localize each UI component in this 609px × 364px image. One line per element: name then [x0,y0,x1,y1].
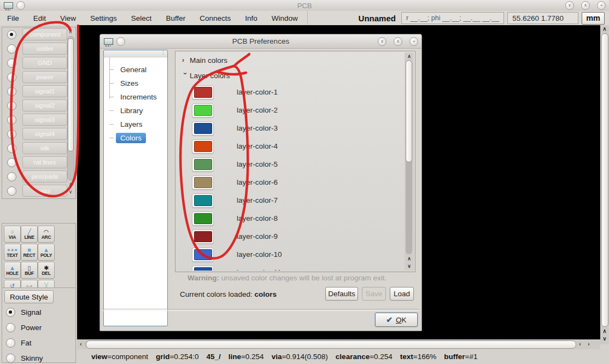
color-swatch-button[interactable] [192,85,214,99]
dialog-close-icon[interactable]: × [409,37,418,46]
route-style-radio[interactable] [6,308,15,317]
save-button[interactable]: Save [362,287,386,301]
layer-button[interactable]: signal2 [22,99,67,111]
ok-button[interactable]: ✔ OK [375,313,418,327]
color-swatch-button[interactable] [192,230,214,244]
layer-button[interactable]: rat lines [22,156,67,168]
layer-visibility-radio[interactable] [7,44,16,54]
layer-button[interactable]: GND [22,57,67,69]
menu-item-window[interactable]: Window [265,11,305,25]
menu-item-settings[interactable]: Settings [83,11,124,25]
layer-visibility-radio[interactable] [7,30,16,39]
menu-item-connects[interactable]: Connects [192,11,238,25]
menu-item-select[interactable]: Select [124,11,159,25]
defaults-button[interactable]: Defaults [325,287,358,301]
scroll-up-icon[interactable]: ∧ [601,25,608,33]
layer-button[interactable]: component [22,28,67,40]
tool-text-button[interactable]: ∗∗∗ TEXT [4,244,21,261]
layer-button[interactable]: signal1 [22,85,67,97]
color-swatch-button[interactable] [192,139,214,154]
color-panel-scrollbar[interactable]: ∧ ∧ ∨ [405,52,414,271]
layer-visibility-radio[interactable] [7,172,16,181]
dialog-maximize-icon[interactable]: ∧ [394,37,402,46]
layer-button[interactable]: signal4 [22,128,67,140]
layer-visibility-radio[interactable] [7,115,16,125]
layer-visibility-radio[interactable] [7,87,16,96]
tool-del-button[interactable]: ✱ DEL [38,262,55,279]
layer-visibility-radio[interactable] [7,144,16,153]
layer-button[interactable]: solder [22,43,67,55]
tool-poly-button[interactable]: ▲ POLY [38,244,55,261]
scroll-up-icon[interactable]: ∧ [405,52,414,60]
route-style-radio[interactable] [6,323,15,332]
route-style-option-fat[interactable]: Fat [2,335,75,350]
scroll-thumb[interactable] [68,38,74,151]
color-swatch-button[interactable] [192,157,214,172]
category-item-colors[interactable]: Colors [104,131,167,145]
layer-button[interactable]: power [22,71,67,83]
layer-visibility-radio[interactable] [7,58,16,68]
scroll-thumb[interactable] [86,340,576,349]
route-style-radio[interactable] [6,338,15,348]
color-swatch-button[interactable] [192,121,214,136]
layer-colors-expander[interactable]: › Layer colors [177,68,405,83]
scroll-up-icon[interactable]: ∧ [67,28,74,36]
scroll-track[interactable] [406,60,412,254]
layer-button[interactable]: pins/pads [22,171,67,183]
route-style-radio[interactable] [6,354,15,363]
scroll-down-icon[interactable]: ∨ [405,262,414,270]
scroll-thumb[interactable] [406,60,412,162]
menu-item-buffer[interactable]: Buffer [159,11,192,25]
category-item-general[interactable]: General [104,63,167,77]
scroll-down-icon[interactable]: ∨ [601,335,608,343]
layer-visibility-radio[interactable] [7,73,16,82]
menu-item-file[interactable]: File [0,11,26,25]
layer-visibility-radio[interactable] [7,158,16,167]
color-swatch-button[interactable] [192,248,214,262]
layer-visibility-radio[interactable] [7,186,16,196]
category-item-layers[interactable]: Layers [104,118,167,131]
route-style-option-power[interactable]: Power [2,320,75,335]
tool-hole-button[interactable]: ▲ HOLE [4,262,21,279]
route-style-option-signal[interactable]: Signal [2,304,75,320]
scroll-right-icon[interactable]: › [585,340,593,348]
route-style-option-skinny[interactable]: Skinny [2,350,75,364]
units-toggle-button[interactable]: mm [582,12,605,25]
color-swatch-button[interactable] [192,175,214,190]
layer-button[interactable]: signal3 [22,114,67,126]
category-item-library[interactable]: Library [104,104,167,118]
canvas-vertical-scrollbar[interactable]: ∧ ∧ ∨ [600,25,609,344]
route-style-button[interactable]: Route Style [4,290,54,303]
scroll-left-icon[interactable]: ‹ [576,340,584,348]
menu-item-edit[interactable]: Edit [26,11,53,25]
color-swatch-button[interactable] [192,193,214,208]
scroll-up-icon[interactable]: ∧ [67,181,74,188]
canvas-horizontal-scrollbar[interactable]: ‹ ‹ › [77,339,600,349]
color-swatch-button[interactable] [192,103,214,118]
tool-rect-button[interactable]: ■ RECT [21,244,38,261]
layer-list-scrollbar[interactable]: ∧ ∧ ∨ [67,28,74,196]
layer-button[interactable]: vias [22,185,67,197]
layer-visibility-radio[interactable] [7,130,16,139]
color-swatch-button[interactable] [192,212,214,226]
scroll-down-icon[interactable]: ∨ [67,189,74,196]
maximize-icon[interactable]: ∧ [581,1,590,10]
tool-via-button[interactable]: ○ VIA [4,226,21,243]
main-colors-expander[interactable]: › Main colors [177,52,405,68]
scroll-left-icon[interactable]: ‹ [77,340,85,348]
menu-item-view[interactable]: View [53,11,83,25]
minimize-icon[interactable]: ∨ [565,1,574,10]
tool-arc-button[interactable]: ◠ ARC [38,226,55,243]
category-item-sizes[interactable]: Sizes [104,77,167,90]
tool-buf-button[interactable]: ▯ BUF [21,262,38,279]
layer-visibility-radio[interactable] [7,101,16,110]
dialog-minimize-icon[interactable]: ∨ [378,37,387,46]
tool-line-button[interactable]: ╱ LINE [21,226,38,243]
close-icon[interactable]: × [597,1,606,10]
scroll-up-icon[interactable]: ∧ [405,255,414,262]
menu-item-info[interactable]: Info [238,11,265,25]
load-button[interactable]: Load [390,287,414,301]
layer-button[interactable]: silk [22,142,67,154]
scroll-up-icon[interactable]: ∧ [601,327,608,335]
category-item-increments[interactable]: Increments [104,90,167,104]
